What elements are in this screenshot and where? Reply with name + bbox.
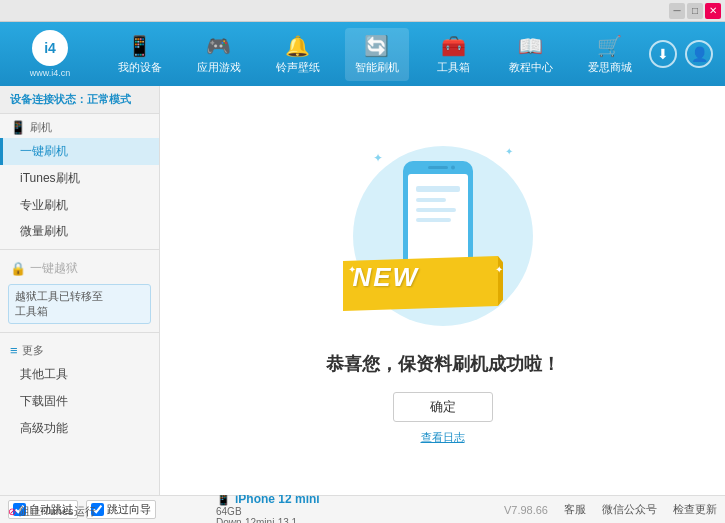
nav-label-smart-flash: 智能刷机 bbox=[355, 60, 399, 75]
bottom-right: V7.98.66 客服 微信公众号 检查更新 bbox=[504, 502, 717, 517]
content-area: ✦ ✦ ✦ bbox=[160, 86, 725, 495]
nav-label-ringtone: 铃声壁纸 bbox=[276, 60, 320, 75]
success-message: 恭喜您，保资料刷机成功啦！ bbox=[326, 352, 560, 376]
one-key-flash-label: 一键刷机 bbox=[20, 144, 68, 158]
flash-section-label: 刷机 bbox=[30, 120, 52, 135]
sparkle-2: ✦ bbox=[505, 146, 513, 157]
new-badge-text: NEW bbox=[353, 262, 420, 293]
nav-label-app-games: 应用游戏 bbox=[197, 60, 241, 75]
divider-2 bbox=[0, 332, 159, 333]
svg-rect-3 bbox=[416, 198, 446, 202]
save-flash-label: 微量刷机 bbox=[20, 224, 68, 238]
my-device-icon: 📱 bbox=[127, 34, 152, 58]
jailbreak-info-text: 越狱工具已转移至工具箱 bbox=[15, 290, 103, 317]
download-button[interactable]: ⬇ bbox=[649, 40, 677, 68]
customer-service-link[interactable]: 客服 bbox=[564, 502, 586, 517]
logo-icon: i4 bbox=[32, 30, 68, 66]
flash-section-icon: 📱 bbox=[10, 120, 26, 135]
itunes-status: ⊘ 阻止iTunes运行 bbox=[8, 504, 96, 519]
other-tools-label: 其他工具 bbox=[20, 367, 68, 381]
device-info: 📱 iPhone 12 mini 64GB Down-12mini-13,1 bbox=[216, 492, 320, 524]
wechat-link[interactable]: 微信公众号 bbox=[602, 502, 657, 517]
logo-area: i4 www.i4.cn bbox=[0, 30, 100, 78]
bottom-middle: 📱 iPhone 12 mini 64GB Down-12mini-13,1 bbox=[208, 492, 504, 524]
itunes-flash-label: iTunes刷机 bbox=[20, 171, 80, 185]
star-left: ✦ bbox=[348, 264, 356, 275]
sidebar-item-itunes-flash[interactable]: iTunes刷机 bbox=[0, 165, 159, 192]
nav-label-my-device: 我的设备 bbox=[118, 60, 162, 75]
ringtone-icon: 🔔 bbox=[285, 34, 310, 58]
divider-1 bbox=[0, 249, 159, 250]
maximize-button[interactable]: □ bbox=[687, 3, 703, 19]
more-section-icon: ≡ bbox=[10, 343, 18, 358]
svg-rect-5 bbox=[416, 218, 451, 222]
header: i4 www.i4.cn 📱 我的设备 🎮 应用游戏 🔔 铃声壁纸 🔄 智能刷机… bbox=[0, 22, 725, 86]
show-log-link[interactable]: 查看日志 bbox=[421, 430, 465, 445]
confirm-button[interactable]: 确定 bbox=[393, 392, 493, 422]
advanced-label: 高级功能 bbox=[20, 421, 68, 435]
star-right: ✦ bbox=[495, 264, 503, 275]
bottom-bar: 自动跳过 跳过向导 📱 iPhone 12 mini 64GB Down-12m… bbox=[0, 495, 725, 523]
logo-text: i4 bbox=[44, 40, 56, 56]
jailbreak-section-icon: 🔒 bbox=[10, 261, 26, 276]
device-storage: 64GB bbox=[216, 506, 320, 517]
app-games-icon: 🎮 bbox=[206, 34, 231, 58]
itunes-stop-icon: ⊘ bbox=[8, 506, 16, 517]
sidebar-item-advanced[interactable]: 高级功能 bbox=[0, 415, 159, 442]
pro-flash-label: 专业刷机 bbox=[20, 198, 68, 212]
skip-wizard-checkbox[interactable]: 跳过向导 bbox=[86, 500, 156, 519]
nav-item-toolbox[interactable]: 🧰 工具箱 bbox=[424, 28, 484, 81]
toolbox-icon: 🧰 bbox=[441, 34, 466, 58]
version-text: V7.98.66 bbox=[504, 504, 548, 516]
nav-item-my-device[interactable]: 📱 我的设备 bbox=[108, 28, 172, 81]
sidebar-section-jailbreak: 🔒 一键越狱 bbox=[0, 254, 159, 280]
jailbreak-info-box: 越狱工具已转移至工具箱 bbox=[8, 284, 151, 324]
close-button[interactable]: ✕ bbox=[705, 3, 721, 19]
user-button[interactable]: 👤 bbox=[685, 40, 713, 68]
illustration: ✦ ✦ ✦ bbox=[343, 136, 543, 336]
nav-item-app-games[interactable]: 🎮 应用游戏 bbox=[187, 28, 251, 81]
sidebar-item-pro-flash[interactable]: 专业刷机 bbox=[0, 192, 159, 219]
sidebar-item-download-firmware[interactable]: 下载固件 bbox=[0, 388, 159, 415]
nav-bar: 📱 我的设备 🎮 应用游戏 🔔 铃声壁纸 🔄 智能刷机 🧰 工具箱 📖 教程中心… bbox=[100, 28, 649, 81]
check-update-link[interactable]: 检查更新 bbox=[673, 502, 717, 517]
svg-point-8 bbox=[451, 166, 455, 170]
nav-label-toolbox: 工具箱 bbox=[437, 60, 470, 75]
svg-rect-4 bbox=[416, 208, 456, 212]
logo-url: www.i4.cn bbox=[30, 68, 71, 78]
itunes-status-text: 阻止iTunes运行 bbox=[19, 504, 96, 519]
status-value: 正常模式 bbox=[87, 93, 131, 105]
jailbreak-label: 一键越狱 bbox=[30, 260, 78, 277]
minimize-button[interactable]: ─ bbox=[669, 3, 685, 19]
sidebar-item-other-tools[interactable]: 其他工具 bbox=[0, 361, 159, 388]
sidebar-item-one-key-flash[interactable]: 一键刷机 bbox=[0, 138, 159, 165]
ribbon-area: NEW ✦ ✦ bbox=[343, 256, 533, 316]
sparkle-1: ✦ bbox=[373, 151, 383, 165]
sidebar-item-save-flash[interactable]: 微量刷机 bbox=[0, 218, 159, 245]
svg-rect-7 bbox=[428, 166, 448, 169]
tutorial-icon: 📖 bbox=[518, 34, 543, 58]
nav-item-ringtone[interactable]: 🔔 铃声壁纸 bbox=[266, 28, 330, 81]
device-firmware: Down-12mini-13,1 bbox=[216, 517, 320, 524]
store-icon: 🛒 bbox=[597, 34, 622, 58]
nav-label-tutorial: 教程中心 bbox=[509, 60, 553, 75]
skip-wizard-label: 跳过向导 bbox=[107, 502, 151, 517]
nav-item-store[interactable]: 🛒 爱思商城 bbox=[578, 28, 642, 81]
nav-item-tutorial[interactable]: 📖 教程中心 bbox=[499, 28, 563, 81]
nav-label-store: 爱思商城 bbox=[588, 60, 632, 75]
header-right: ⬇ 👤 bbox=[649, 40, 725, 68]
sidebar: 设备连接状态：正常模式 📱 刷机 一键刷机 iTunes刷机 专业刷机 微量刷机… bbox=[0, 86, 160, 495]
nav-item-smart-flash[interactable]: 🔄 智能刷机 bbox=[345, 28, 409, 81]
download-firmware-label: 下载固件 bbox=[20, 394, 68, 408]
smart-flash-icon: 🔄 bbox=[364, 34, 389, 58]
sidebar-section-more: ≡ 更多 bbox=[0, 337, 159, 361]
main-area: 设备连接状态：正常模式 📱 刷机 一键刷机 iTunes刷机 专业刷机 微量刷机… bbox=[0, 86, 725, 495]
title-bar: ─ □ ✕ bbox=[0, 0, 725, 22]
more-section-label: 更多 bbox=[22, 343, 44, 358]
status-label: 设备连接状态： bbox=[10, 93, 87, 105]
svg-rect-2 bbox=[416, 186, 460, 192]
sidebar-section-flash: 📱 刷机 bbox=[0, 114, 159, 138]
status-bar: 设备连接状态：正常模式 bbox=[0, 86, 159, 114]
